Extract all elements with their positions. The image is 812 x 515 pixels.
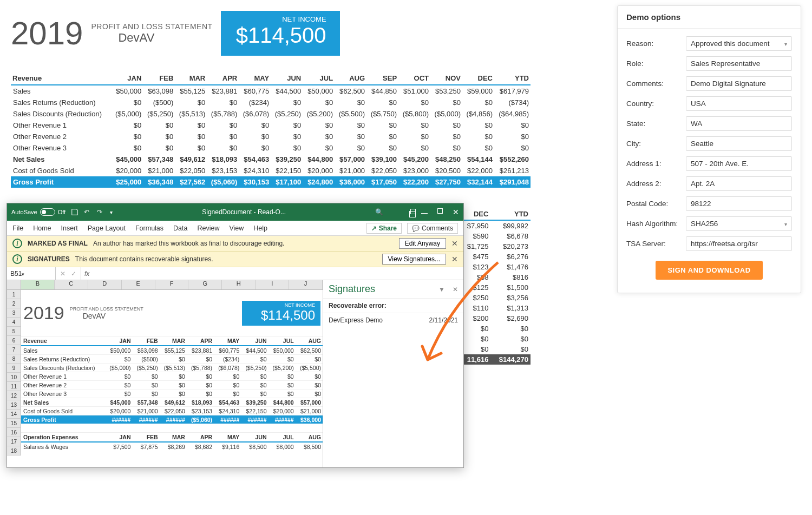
save-icon[interactable] <box>71 208 78 216</box>
ribbon-mode-icon[interactable] <box>410 208 416 216</box>
col-header: JUL <box>303 72 335 85</box>
net-income-amount: $114,500 <box>234 23 326 48</box>
form-row: Hash Algorithm:SHA256 <box>626 216 792 231</box>
row-header[interactable]: 9 <box>7 364 21 373</box>
info-icon: i <box>12 239 22 248</box>
field-input[interactable]: WA <box>686 116 792 131</box>
excel-titlebar[interactable]: AutoSave Off ↶ ↷ ▾ SignedDocument - Read… <box>7 203 463 221</box>
row-header[interactable]: 8 <box>7 354 21 364</box>
row-header[interactable]: 1 <box>7 290 21 299</box>
field-input[interactable]: 98122 <box>686 196 792 211</box>
menu-view[interactable]: View <box>229 225 244 232</box>
field-input[interactable]: https://freetsa.org/tsr <box>686 236 792 251</box>
field-input[interactable]: USA <box>686 96 792 111</box>
field-label: Comments: <box>626 80 686 88</box>
col-header-H[interactable]: H <box>222 280 256 289</box>
menu-review[interactable]: Review <box>197 225 219 232</box>
col-header-G[interactable]: G <box>188 280 222 289</box>
field-input[interactable]: SHA256 <box>686 216 792 231</box>
col-header: Revenue <box>11 72 111 85</box>
search-icon[interactable]: 🔍 <box>375 208 383 216</box>
menu-formulas[interactable]: Formulas <box>135 225 163 232</box>
comments-button[interactable]: Comments <box>407 223 458 234</box>
mini-year: 2019 <box>23 302 64 323</box>
menu-home[interactable]: Home <box>33 225 51 232</box>
maximize-button[interactable] <box>437 208 443 216</box>
menu-file[interactable]: File <box>12 225 23 232</box>
col-header-D[interactable]: D <box>88 280 122 289</box>
excel-grid[interactable]: BCDEFGHIJ 123456789101112131415161718 20… <box>7 280 323 467</box>
chevron-down-icon[interactable] <box>22 270 24 278</box>
share-button[interactable]: Share <box>366 223 402 234</box>
column-headers[interactable]: BCDEFGHIJ <box>7 280 323 290</box>
redo-icon[interactable]: ↷ <box>97 208 104 216</box>
menu-insert[interactable]: Insert <box>61 225 78 232</box>
row-header[interactable]: 14 <box>7 410 21 419</box>
sign-and-download-button[interactable]: SIGN AND DOWNLOAD <box>656 261 762 280</box>
row-header[interactable]: 13 <box>7 400 21 410</box>
field-input[interactable]: 507 - 20th Ave. E. <box>686 156 792 171</box>
table-row: Other Revenue 2$0$0$0$0$0$0$0$0$0$0$0$0$… <box>11 131 531 142</box>
table-row: $1,725$20,273 <box>460 241 531 252</box>
grid-content[interactable]: 2019 PROFIT AND LOSS STATEMENT DevAV NET… <box>21 290 323 455</box>
row-header[interactable]: 16 <box>7 428 21 437</box>
row-header[interactable]: 5 <box>7 327 21 336</box>
form-row: Comments:Demo Digital Signature <box>626 76 792 91</box>
col-header-I[interactable]: I <box>256 280 289 289</box>
menu-data[interactable]: Data <box>173 225 187 232</box>
autosave-toggle[interactable]: AutoSave Off <box>11 208 66 216</box>
demo-panel-title: Demo options <box>618 6 801 29</box>
subtitle-block: PROFIT AND LOSS STATEMENT DevAV <box>91 22 212 45</box>
row-header[interactable]: 17 <box>7 437 21 446</box>
undo-icon[interactable]: ↶ <box>84 208 91 216</box>
subtitle-line1: PROFIT AND LOSS STATEMENT <box>91 22 212 31</box>
col-header-J[interactable]: J <box>289 280 323 289</box>
edit-anyway-button[interactable]: Edit Anyway <box>399 238 446 249</box>
col-header-E[interactable]: E <box>122 280 155 289</box>
field-input[interactable]: Demo Digital Signature <box>686 76 792 91</box>
row-header[interactable]: 6 <box>7 336 21 345</box>
cancel-icon[interactable]: ✕ <box>60 270 66 278</box>
row-header[interactable]: 11 <box>7 382 21 391</box>
close-button[interactable]: ✕ <box>453 208 459 216</box>
row-header[interactable]: 7 <box>7 345 21 354</box>
formula-bar-icons: ✕ ✓ <box>56 267 81 280</box>
menu-page-layout[interactable]: Page Layout <box>88 225 126 232</box>
name-box[interactable]: B51 <box>7 267 56 280</box>
row-header[interactable]: 12 <box>7 391 21 400</box>
year: 2019 <box>11 15 83 52</box>
field-input[interactable]: Apt. 2A <box>686 176 792 191</box>
row-header[interactable]: 4 <box>7 318 21 327</box>
menu-help[interactable]: Help <box>253 225 267 232</box>
net-income-label: NET INCOME <box>234 15 326 23</box>
field-label: TSA Server: <box>626 240 686 248</box>
row-header[interactable]: 18 <box>7 446 21 455</box>
row-headers[interactable]: 123456789101112131415161718 <box>7 290 21 455</box>
form-row: State:WA <box>626 116 792 131</box>
field-input[interactable]: Sales Representative <box>686 56 792 71</box>
col-header-C[interactable]: C <box>55 280 88 289</box>
excel-grid-area: BCDEFGHIJ 123456789101112131415161718 20… <box>7 280 463 467</box>
table-row: Gross Profit##################($5,060)##… <box>21 415 323 424</box>
field-input[interactable]: Seattle <box>686 136 792 151</box>
row-header[interactable]: 10 <box>7 373 21 382</box>
field-input[interactable]: Approved this document <box>686 36 792 51</box>
col-header: APR <box>207 72 239 85</box>
col-header-B[interactable]: B <box>21 280 55 289</box>
close-notice-icon[interactable]: ✕ <box>451 239 458 248</box>
toggle-icon[interactable] <box>40 208 55 216</box>
row-header[interactable]: 2 <box>7 299 21 308</box>
fx-label[interactable]: fx <box>81 270 89 278</box>
chevron-down-icon[interactable] <box>784 39 787 48</box>
select-all-corner[interactable] <box>7 280 21 289</box>
row-header[interactable]: 3 <box>7 308 21 318</box>
chevron-down-icon[interactable] <box>784 220 787 228</box>
col-header: NOV <box>430 72 462 85</box>
field-label: Role: <box>626 60 686 68</box>
col-header-F[interactable]: F <box>155 280 189 289</box>
col-header: DEC <box>462 72 494 85</box>
row-header[interactable]: 15 <box>7 419 21 428</box>
qat-overflow-icon[interactable]: ▾ <box>110 209 113 215</box>
confirm-icon[interactable]: ✓ <box>71 270 76 278</box>
minimize-button[interactable] <box>421 208 428 216</box>
